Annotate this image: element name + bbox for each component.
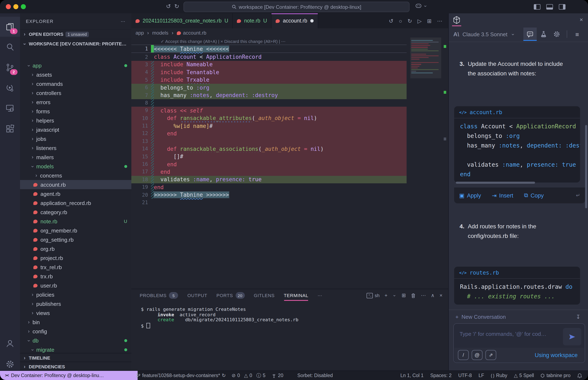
code-block-content[interactable]: class Account < ApplicationRecord belong…: [454, 118, 580, 183]
encoding[interactable]: UTF-8: [458, 373, 472, 378]
sorbet-status[interactable]: Sorbet: Disabled: [297, 373, 333, 378]
tree-item-publishers[interactable]: ›publishers: [20, 299, 131, 308]
tree-item-views[interactable]: ›views: [20, 308, 131, 318]
trash-icon[interactable]: [411, 293, 416, 298]
code-line-14[interactable]: 14 def ransackable_associations(_auth_ob…: [131, 145, 406, 153]
code-line-10[interactable]: 10 def ransackable_attributes(_auth_obje…: [131, 114, 406, 122]
code-line-21[interactable]: 21: [131, 199, 406, 207]
workspace-section[interactable]: › WORKSPACE [DEV CONTAINER: PROFITE…: [20, 39, 131, 48]
code-line-16[interactable]: 16 end: [131, 160, 406, 168]
tree-item-helpers[interactable]: ›helpers: [20, 116, 131, 125]
code-line-7[interactable]: 7 has_many :notes, dependent: :destroy: [131, 92, 406, 99]
panel-tab-terminal[interactable]: TERMINAL: [284, 289, 308, 302]
split-terminal-icon[interactable]: ⊞: [402, 292, 406, 298]
forward-references-icon[interactable]: ↻: [407, 18, 412, 24]
close-icon[interactable]: ×: [580, 16, 583, 23]
send-button[interactable]: [563, 328, 581, 345]
breadcrumb-models[interactable]: models: [152, 30, 168, 36]
tree-item-trx.rb[interactable]: trx.rb: [20, 272, 131, 281]
tree-item-commands[interactable]: ›commands: [20, 79, 131, 88]
panel-tab-gitlens[interactable]: GITLENS: [254, 289, 275, 302]
tabnine-logo-icon[interactable]: [452, 16, 461, 24]
terminal-dropdown-icon[interactable]: ›: [392, 294, 397, 298]
export-conversation-icon[interactable]: ↧: [576, 314, 581, 320]
merge-codelens[interactable]: ✓ Accept this change (Alt+A) | × Discard…: [161, 39, 286, 44]
close-traffic-light[interactable]: [6, 4, 11, 9]
eol-sequence[interactable]: LF: [479, 373, 484, 378]
tree-item-db[interactable]: ›db: [20, 336, 131, 345]
explorer-more-icon[interactable]: ⋯: [121, 19, 125, 24]
tree-item-policies[interactable]: ›policies: [20, 290, 131, 299]
command-center[interactable]: workspace [Dev Container: Profitency @ d…: [183, 2, 409, 12]
chat-menu[interactable]: ≡: [570, 27, 584, 41]
back-references-icon[interactable]: ↺: [389, 18, 393, 24]
dependencies-section[interactable]: › DEPENDENCIES: [20, 362, 131, 371]
activity-run-debug[interactable]: [0, 78, 20, 98]
git-branch-item[interactable]: feature/10268-setup-dev-containers* ↻: [136, 373, 226, 378]
tree-item-config[interactable]: ›config: [20, 327, 131, 336]
minimize-traffic-light[interactable]: [13, 4, 18, 9]
panel-more-icon[interactable]: ⋯: [421, 292, 426, 298]
minimap[interactable]: [410, 38, 441, 204]
timeline-section[interactable]: › TIMELINE: [20, 353, 131, 362]
tree-item-models[interactable]: ›models: [20, 162, 131, 171]
tree-item-note.rb[interactable]: note.rbU: [20, 217, 131, 226]
code-line-12[interactable]: 12 end: [131, 130, 406, 137]
tree-item-trx_rel.rb[interactable]: trx_rel.rb: [20, 263, 131, 272]
jira-chip[interactable]: ⇗: [486, 350, 496, 360]
code-editor[interactable]: ✓ Accept this change (Alt+A) | × Discard…: [131, 38, 448, 289]
lab-tab[interactable]: [537, 27, 550, 41]
code-line-8[interactable]: 8: [131, 99, 406, 107]
panel-tab-ports[interactable]: PORTS20: [216, 289, 244, 302]
close-panel-icon[interactable]: ×: [440, 292, 443, 298]
code-line-2[interactable]: 2class Account < ApplicationRecord: [131, 53, 406, 61]
terminal-output[interactable]: $ rails generate migration CreateNotes i…: [141, 307, 298, 329]
code-block-hscrollbar[interactable]: [456, 182, 535, 184]
code-line-9[interactable]: 9 class << self: [131, 107, 406, 114]
panel-tab-problems[interactable]: PROBLEMS5: [140, 289, 178, 302]
tree-item-app[interactable]: ›app: [20, 61, 131, 70]
code-line-1[interactable]: 1<<<<<<< Tabnine <<<<<<<: [131, 45, 406, 53]
chat-settings-tab[interactable]: [550, 27, 563, 41]
tree-item-assets[interactable]: ›assets: [20, 70, 131, 79]
spell-checker[interactable]: △ 5 Spell: [514, 373, 534, 378]
breadcrumb-file[interactable]: account.rb: [183, 30, 206, 36]
remote-indicator[interactable]: >< Dev Container: Profitency @ desktop-l…: [0, 371, 138, 380]
language-mode[interactable]: { } Ruby: [491, 373, 507, 378]
code-line-17[interactable]: 17 end: [131, 168, 406, 176]
tree-item-listeners[interactable]: ›listeners: [20, 143, 131, 152]
maximize-panel-icon[interactable]: ∧: [431, 292, 435, 298]
code-line-18[interactable]: 18 validates :name, presence: true: [131, 176, 406, 183]
indentation[interactable]: Spaces: 2: [430, 373, 451, 378]
editor-tab-20241101125803_create_notes.rb[interactable]: 20241101125803_create_notes.rbU: [131, 13, 233, 28]
run-file-icon[interactable]: ▷: [417, 18, 422, 24]
tree-item-controllers[interactable]: ›controllers: [20, 88, 131, 97]
editor-tab-note.rb[interactable]: note.rbU: [233, 13, 272, 28]
code-block-content[interactable]: Rails.application.routes.draw do # ... e…: [454, 279, 580, 304]
activity-explorer[interactable]: 1: [0, 17, 20, 37]
activity-extensions[interactable]: [0, 119, 20, 139]
chat-scrollbar[interactable]: [585, 125, 587, 208]
tree-item-org_setting.rb[interactable]: org_setting.rb: [20, 235, 131, 244]
code-line-15[interactable]: 15 []#: [131, 153, 406, 160]
tree-item-org_member.rb[interactable]: org_member.rb: [20, 226, 131, 235]
editor-more-icon[interactable]: ⋯: [437, 18, 443, 24]
tree-item-javascript[interactable]: ›javascript: [20, 125, 131, 134]
panel-tabs-more-icon[interactable]: ⋯: [318, 293, 322, 298]
nav-back-icon[interactable]: ↺: [166, 3, 171, 9]
shell-selector[interactable]: >_ sh: [367, 293, 380, 298]
tree-item-category.rb[interactable]: category.rb: [20, 208, 131, 217]
tree-item-forms[interactable]: ›forms: [20, 107, 131, 116]
code-line-20[interactable]: 20>>>>>>> Tabnine >>>>>>>: [131, 191, 406, 199]
activity-account[interactable]: [0, 333, 20, 353]
code-line-19[interactable]: 19end: [131, 183, 406, 191]
nav-forward-icon[interactable]: ↻: [174, 3, 179, 9]
breadcrumb-app[interactable]: app: [136, 30, 144, 36]
new-conversation-button[interactable]: + New Conversation: [455, 314, 506, 320]
tree-item-application_record.rb[interactable]: application_record.rb: [20, 198, 131, 208]
outline-icon[interactable]: ○: [399, 18, 402, 24]
code-line-5[interactable]: 5 include Trxable: [131, 76, 406, 84]
editor-tab-account.rb[interactable]: account.rb: [272, 13, 318, 28]
activity-source-control[interactable]: 2: [0, 57, 20, 77]
code-line-3[interactable]: 3 include Nameable: [131, 61, 406, 69]
